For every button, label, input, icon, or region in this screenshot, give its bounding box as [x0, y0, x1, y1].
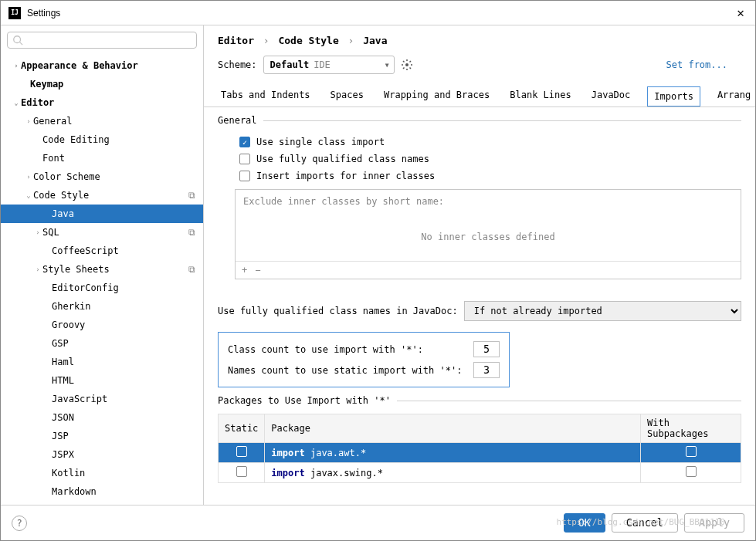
- sidebar-item-code-editing[interactable]: Code Editing: [1, 130, 203, 149]
- sidebar-item-editor[interactable]: ⌄Editor: [1, 93, 203, 112]
- apply-button[interactable]: Apply: [684, 513, 744, 533]
- sidebar-item-markdown[interactable]: Markdown: [1, 482, 203, 501]
- cancel-button[interactable]: Cancel: [612, 513, 678, 533]
- copy-icon: ⧉: [188, 190, 195, 201]
- sidebar-item-gsp[interactable]: GSP: [1, 334, 203, 353]
- exclude-empty: No inner classes defined: [236, 213, 741, 261]
- packages-group: Packages to Use Import with '*' Static P…: [218, 395, 741, 488]
- opt-inner-imports: Insert imports for inner classes: [256, 171, 435, 181]
- sidebar-item-sql[interactable]: ›SQL⧉: [1, 223, 203, 242]
- names-count-label: Names count to use static import with '*…: [228, 365, 467, 376]
- sidebar-item-label: JSON: [52, 412, 74, 423]
- close-icon[interactable]: ✕: [734, 5, 748, 20]
- sidebar-item-jspx[interactable]: JSPX: [1, 445, 203, 464]
- sidebar-item-label: Keymap: [30, 79, 63, 90]
- add-icon[interactable]: +: [242, 265, 247, 276]
- tab-imports[interactable]: Imports: [647, 86, 700, 107]
- sidebar-item-label: CoffeeScript: [52, 245, 119, 256]
- sidebar-item-label: GSP: [52, 338, 69, 349]
- class-count-label: Class count to use import with '*':: [228, 344, 467, 355]
- sidebar-item-javascript[interactable]: JavaScript: [1, 390, 203, 408]
- sidebar-item-color-scheme[interactable]: ›Color Scheme: [1, 167, 203, 186]
- breadcrumb: Editor › Code Style › Java: [204, 25, 755, 52]
- sidebar-item-coffeescript[interactable]: CoffeeScript: [1, 242, 203, 260]
- names-count-input[interactable]: [473, 362, 500, 378]
- general-legend: General: [218, 115, 263, 126]
- gear-icon[interactable]: [401, 59, 413, 71]
- chevron-icon: ›: [12, 62, 21, 69]
- set-from-link[interactable]: Set from...: [666, 59, 727, 70]
- dialog-footer: ? OK Cancel Apply: [1, 505, 755, 540]
- sidebar-item-label: Haml: [52, 357, 74, 367]
- counts-box: Class count to use import with '*': Name…: [218, 332, 510, 387]
- sidebar-item-general[interactable]: ›General: [1, 112, 203, 130]
- checkbox-single-class-import[interactable]: ✓: [239, 137, 250, 147]
- checkbox-inner-imports[interactable]: [239, 171, 250, 181]
- tab-wrapping-and-braces[interactable]: Wrapping and Braces: [381, 85, 493, 107]
- chevron-icon: ›: [24, 173, 33, 181]
- sidebar-item-label: EditorConfig: [52, 282, 119, 293]
- crumb-codestyle[interactable]: Code Style: [278, 35, 338, 46]
- sidebar-item-editorconfig[interactable]: EditorConfig: [1, 279, 203, 297]
- sidebar-item-label: Editor: [21, 97, 54, 108]
- tab-blank-lines[interactable]: Blank Lines: [507, 85, 574, 107]
- scheme-select[interactable]: Default IDE ▼: [263, 56, 395, 74]
- sidebar-item-code-style[interactable]: ⌄Code Style⧉: [1, 186, 203, 205]
- settings-tree[interactable]: ›Appearance & BehaviorKeymap⌄Editor›Gene…: [1, 55, 203, 505]
- svg-line-1: [20, 42, 23, 46]
- sidebar-item-json[interactable]: JSON: [1, 408, 203, 427]
- sidebar-item-html[interactable]: HTML: [1, 371, 203, 390]
- exclude-hint: Exclude inner classes by short name:: [236, 190, 741, 213]
- checkbox-static[interactable]: [236, 466, 247, 477]
- search-input-wrapper[interactable]: [7, 32, 197, 49]
- crumb-sep: ›: [263, 35, 270, 46]
- sidebar-item-style-sheets[interactable]: ›Style Sheets⧉: [1, 260, 203, 279]
- chevron-icon: ⌄: [12, 99, 21, 107]
- sidebar-item-label: General: [33, 116, 73, 127]
- copy-icon: ⧉: [188, 227, 195, 238]
- table-row[interactable]: import java.awt.*: [219, 443, 741, 463]
- sidebar-item-keymap[interactable]: Keymap: [1, 75, 203, 93]
- chevron-icon: ⌄: [24, 191, 33, 199]
- sidebar-item-appearance-behavior[interactable]: ›Appearance & Behavior: [1, 56, 203, 75]
- sidebar-item-groovy[interactable]: Groovy: [1, 316, 203, 334]
- fqcn-javadoc-label: Use fully qualified class names in JavaD…: [218, 306, 458, 316]
- search-input[interactable]: [26, 35, 192, 46]
- tab-arrang[interactable]: Arrang: [714, 85, 754, 107]
- crumb-editor[interactable]: Editor: [218, 35, 254, 46]
- checkbox-subpackages[interactable]: [686, 446, 697, 457]
- ok-button[interactable]: OK: [564, 513, 605, 533]
- help-icon[interactable]: ?: [12, 516, 27, 531]
- checkbox-fqcn[interactable]: [239, 154, 250, 164]
- col-static: Static: [219, 414, 265, 443]
- checkbox-subpackages[interactable]: [686, 466, 697, 477]
- tabs-bar: Tabs and IndentsSpacesWrapping and Brace…: [204, 80, 755, 107]
- sidebar-item-java[interactable]: Java: [1, 205, 203, 223]
- class-count-input[interactable]: [473, 341, 500, 357]
- sidebar-item-label: Style Sheets: [42, 264, 110, 275]
- app-icon: IJ: [8, 7, 21, 19]
- packages-table[interactable]: Static Package With Subpackages import j…: [218, 414, 741, 483]
- remove-icon[interactable]: −: [255, 265, 260, 276]
- packages-legend: Packages to Use Import with '*': [218, 395, 397, 406]
- general-group: General ✓ Use single class import Use fu…: [218, 115, 741, 289]
- package-cell: import javax.swing.*: [265, 463, 641, 483]
- window-title: Settings: [27, 8, 734, 19]
- col-package: Package: [265, 414, 641, 443]
- sidebar-item-kotlin[interactable]: Kotlin: [1, 464, 203, 482]
- table-row[interactable]: import javax.swing.*: [219, 463, 741, 483]
- fqcn-javadoc-select[interactable]: If not already imported: [464, 301, 741, 321]
- sidebar-item-gherkin[interactable]: Gherkin: [1, 297, 203, 316]
- search-icon: [12, 35, 23, 46]
- sidebar-item-label: Color Scheme: [33, 171, 100, 182]
- sidebar-item-label: Kotlin: [52, 468, 85, 478]
- sidebar-item-font[interactable]: Font: [1, 149, 203, 167]
- checkbox-static[interactable]: [236, 446, 247, 457]
- sidebar-item-haml[interactable]: Haml: [1, 353, 203, 371]
- tab-tabs-and-indents[interactable]: Tabs and Indents: [218, 85, 314, 107]
- tab-spaces[interactable]: Spaces: [327, 85, 367, 107]
- sidebar-item-label: SQL: [42, 227, 59, 238]
- sidebar-item-jsp[interactable]: JSP: [1, 427, 203, 445]
- sidebar-item-label: Appearance & Behavior: [21, 60, 138, 71]
- tab-javadoc[interactable]: JavaDoc: [588, 85, 634, 107]
